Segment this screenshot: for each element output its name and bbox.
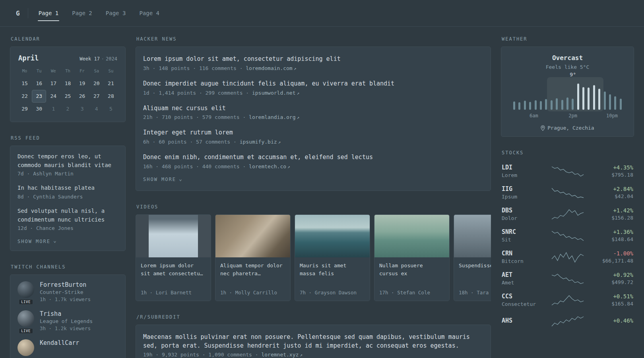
- external-link-icon: ↗: [297, 115, 300, 120]
- hackernews-item-title[interactable]: Donec imperdiet augue tincidunt felis al…: [143, 80, 483, 88]
- calendar-dow-label: Sa: [89, 66, 104, 76]
- hackernews-item-domain[interactable]: loremlandia.org: [249, 114, 295, 120]
- tab-page-4[interactable]: Page 4: [138, 8, 160, 19]
- weather-bar: [545, 99, 547, 110]
- weather-bar: [582, 87, 584, 110]
- rss-item[interactable]: Donec tempor eros leo, ut commodo mauris…: [17, 152, 118, 177]
- calendar-dow-label: Fr: [75, 66, 89, 76]
- rss-item-title[interactable]: In hac habitasse platea: [17, 184, 118, 193]
- subreddit-post-stats: 19h · 9,932 points · 1,090 comments ·: [143, 352, 258, 358]
- hackernews-item-stats: 1d · 1,414 points · 299 comments ·: [143, 90, 249, 96]
- calendar-day: 30: [32, 103, 46, 115]
- video-card[interactable]: Lorem ipsum dolor sit amet consectetu… 1…: [136, 214, 211, 301]
- twitch-channel-name[interactable]: Trisha: [40, 310, 93, 317]
- chevron-down-icon: ⌄: [53, 237, 56, 243]
- video-strip: Lorem ipsum dolor sit amet consectetu… 1…: [136, 214, 491, 301]
- video-title: Lorem ipsum dolor sit amet consectetu…: [141, 262, 206, 278]
- video-meta: 7h · Grayson Dawson: [300, 290, 365, 296]
- hackernews-item-title[interactable]: Donec enim nibh, condimentum et accumsan…: [143, 153, 483, 162]
- stock-values: +1.42% $156.28: [586, 207, 634, 221]
- calendar-day: 19: [75, 77, 89, 90]
- calendar-month: April: [18, 54, 39, 62]
- show-more-label: SHOW MORE: [17, 239, 50, 244]
- hackernews-item-stats: 16h · 468 points · 440 comments ·: [143, 163, 246, 169]
- weather-chart: 9°: [513, 82, 622, 110]
- rss-show-more-button[interactable]: SHOW MORE ⌄: [17, 238, 118, 244]
- twitch-channel-name[interactable]: ForrestBurton: [40, 281, 91, 288]
- external-link-icon: ↗: [287, 164, 290, 169]
- subreddit-post-domain[interactable]: loremnet.xyz: [261, 352, 299, 358]
- stock-change: +1.42%: [586, 207, 634, 214]
- calendar-day: 17: [46, 77, 60, 90]
- stock-row[interactable]: DBS Dolor +1.42% $156.28: [501, 203, 634, 225]
- hackernews-item-domain[interactable]: ipsumify.biz: [240, 139, 277, 145]
- video-card[interactable]: Mauris sit amet massa felis 7h · Grayson…: [295, 214, 370, 301]
- weather-card: Overcast Feels like 5°C 9° 6am 2pm 10pm: [501, 47, 634, 137]
- calendar-day: 24: [46, 90, 60, 103]
- twitch-widget-title: TWITCH CHANNELS: [11, 264, 126, 270]
- hackernews-item-title[interactable]: Lorem ipsum dolor sit amet, consectetur …: [143, 55, 483, 64]
- stock-row[interactable]: CRN Bitcorn -1.00% $66,171.48: [501, 246, 634, 268]
- external-link-icon: ↗: [297, 91, 300, 96]
- twitch-channel-game: Counter-Strike: [40, 289, 91, 295]
- stock-change: +0.51%: [586, 293, 634, 300]
- rss-item-title[interactable]: Donec tempor eros leo, ut commodo mauris…: [17, 152, 118, 169]
- stock-name: Dolor: [502, 215, 549, 221]
- twitch-channel-row[interactable]: LIVE Trisha League of Legends 3h · 1.2k …: [17, 310, 118, 331]
- rss-item-title[interactable]: Sed volutpat nulla nisl, a condimentum n…: [17, 207, 118, 224]
- stock-symbol: IIG: [502, 185, 549, 193]
- weather-location: Prague, Czechia: [547, 125, 594, 131]
- stock-row[interactable]: SNRC Sit +1.36% $148.64: [501, 225, 634, 246]
- videos-widget-title: VIDEOS: [136, 204, 491, 210]
- calendar-week-label: Week 17: [80, 56, 100, 62]
- stock-symbol: LDI: [502, 164, 549, 171]
- hackernews-item-domain[interactable]: loremtech.co: [249, 163, 286, 169]
- hackernews-item: Donec imperdiet augue tincidunt felis al…: [143, 80, 483, 96]
- stock-row[interactable]: CCS Consectetur +0.51% $165.84: [501, 289, 634, 311]
- twitch-channel-row[interactable]: KendallCarr: [17, 339, 118, 356]
- stock-symbol: AET: [502, 271, 549, 278]
- stock-values: +0.46%: [586, 317, 634, 325]
- calendar-dow-label: We: [46, 66, 60, 76]
- subreddit-widget-title: /R/SUBREDDIT: [136, 314, 491, 320]
- hackernews-item: Integer eget rutrum lorem 6h · 60 points…: [143, 128, 483, 145]
- hackernews-item-stats: 21h · 710 points · 579 comments ·: [143, 114, 246, 120]
- hackernews-item-domain[interactable]: ipsumworld.net: [252, 90, 296, 96]
- stock-sparkline: [551, 164, 584, 178]
- app-logo[interactable]: G: [16, 10, 28, 17]
- weather-location-row: Prague, Czechia: [508, 125, 627, 131]
- rss-item[interactable]: In hac habitasse platea 8d · Cynthia Sau…: [17, 184, 118, 200]
- tab-page-3[interactable]: Page 3: [105, 8, 127, 19]
- weather-bar: [609, 94, 611, 110]
- hackernews-show-more-button[interactable]: SHOW MORE ⌄: [143, 177, 483, 183]
- weather-time-axis: 6am 2pm 10pm: [513, 113, 622, 119]
- stock-name: Ipsum: [502, 194, 549, 200]
- hackernews-item-domain[interactable]: loremdomain.com: [246, 65, 292, 71]
- stock-row[interactable]: IIG Ipsum +2.84% $42.04: [501, 182, 634, 203]
- hackernews-item-title[interactable]: Aliquam nec cursus elit: [143, 104, 483, 113]
- weather-widget-title: WEATHER: [502, 36, 634, 42]
- tab-page-2[interactable]: Page 2: [71, 8, 93, 19]
- twitch-avatar-wrap: LIVE: [17, 310, 34, 331]
- rss-item[interactable]: Sed volutpat nulla nisl, a condimentum n…: [17, 207, 118, 231]
- stock-row[interactable]: AET Amet +0.92% $499.72: [501, 268, 634, 289]
- twitch-channel-row[interactable]: LIVE ForrestBurton Counter-Strike 1h · 1…: [17, 281, 118, 302]
- calendar-day: 26: [75, 90, 89, 103]
- calendar-week-year: Week 17·2024: [80, 56, 117, 62]
- subreddit-post-title[interactable]: Maecenas mollis pulvinar erat non posuer…: [143, 333, 483, 350]
- show-more-label: SHOW MORE: [143, 177, 176, 182]
- video-card[interactable]: Aliquam tempor dolor nec pharetra… 1h · …: [215, 214, 291, 301]
- video-card[interactable]: Suspendisse diam 18h · Tara: [454, 214, 491, 301]
- tab-page-1[interactable]: Page 1: [38, 8, 60, 19]
- stock-row[interactable]: AHS +0.46%: [501, 311, 634, 331]
- stock-id: AET Amet: [502, 271, 549, 286]
- avatar: [17, 281, 34, 298]
- video-card[interactable]: Nullam posuere cursus ex 17h · Stefan Co…: [374, 214, 450, 301]
- video-meta: 1h · Lori Barnett: [141, 290, 206, 296]
- twitch-channel-name[interactable]: KendallCarr: [40, 339, 79, 346]
- stock-row[interactable]: LDI Lorem +4.35% $795.18: [501, 160, 634, 182]
- twitch-card: LIVE ForrestBurton Counter-Strike 1h · 1…: [10, 274, 126, 358]
- stock-symbol: CRN: [502, 250, 549, 257]
- hackernews-item-title[interactable]: Integer eget rutrum lorem: [143, 128, 483, 137]
- calendar-widget: CALENDAR April Week 17·2024 MoTuWeThFrSa…: [10, 36, 126, 122]
